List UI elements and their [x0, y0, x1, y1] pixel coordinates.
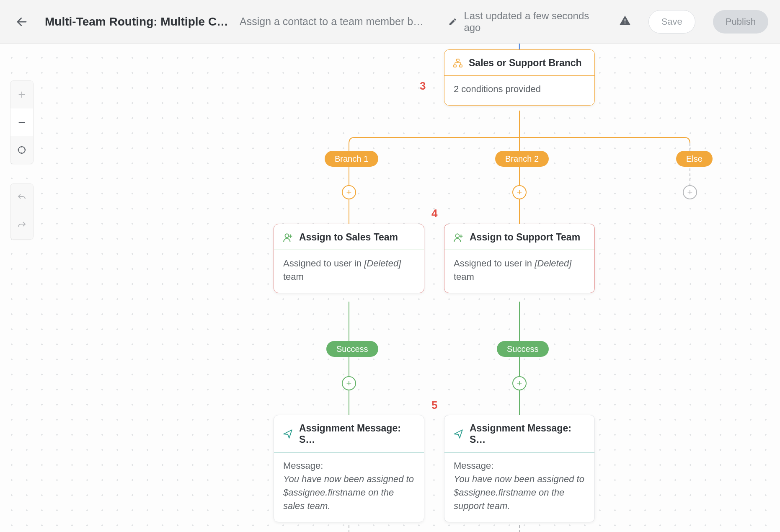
pencil-icon: [448, 17, 457, 26]
add-step-sales-success[interactable]: +: [342, 376, 356, 390]
svg-rect-18: [457, 59, 459, 61]
send-icon: [282, 429, 293, 439]
add-step-branch-2[interactable]: +: [512, 185, 527, 199]
step-4-label: 4: [431, 207, 437, 220]
message-sales-title: Assignment Message: S…: [299, 423, 416, 445]
zoom-in-button[interactable]: [10, 81, 34, 108]
assign-sales-node[interactable]: Assign to Sales Team Assigned to user in…: [274, 224, 424, 293]
add-step-branch-1[interactable]: +: [342, 185, 356, 199]
send-icon: [453, 429, 464, 439]
assign-support-title: Assign to Support Team: [470, 232, 580, 243]
message-support-title: Assignment Message: S…: [470, 423, 586, 445]
recenter-button[interactable]: [10, 136, 34, 164]
last-updated: Last updated a few seconds ago: [448, 10, 631, 34]
message-support-node[interactable]: Assignment Message: S… Message: You have…: [444, 415, 595, 522]
publish-button[interactable]: Publish: [713, 10, 768, 34]
svg-point-21: [285, 234, 289, 238]
branch-root-body: 2 conditions provided: [444, 76, 594, 105]
branch-1-pill[interactable]: Branch 1: [325, 151, 378, 167]
crosshair-icon: [17, 145, 27, 155]
zoom-panel: [10, 80, 34, 164]
svg-point-4: [18, 147, 25, 153]
branch-icon: [453, 58, 463, 68]
branch-2-pill[interactable]: Branch 2: [495, 151, 549, 167]
message-sales-body: Message: You have now been assigned to $…: [274, 452, 424, 522]
undo-button[interactable]: [10, 184, 34, 212]
step-5-label: 5: [431, 399, 437, 412]
redo-button[interactable]: [10, 212, 34, 239]
undo-icon: [17, 193, 27, 203]
redo-icon: [17, 220, 27, 230]
workflow-title[interactable]: Multi-Team Routing: Multiple Choice …: [45, 15, 231, 28]
branch-root-node[interactable]: Sales or Support Branch 2 conditions pro…: [444, 49, 595, 106]
workflow-canvas[interactable]: 3 4 5 Sales or Support Branch 2 conditio…: [0, 44, 780, 532]
warning-icon[interactable]: [619, 15, 631, 29]
branch-root-title: Sales or Support Branch: [469, 57, 582, 69]
workflow-subtitle: Assign a contact to a team member base…: [240, 15, 428, 28]
message-sales-node[interactable]: Assignment Message: S… Message: You have…: [274, 415, 424, 522]
svg-point-24: [456, 234, 460, 238]
save-button[interactable]: Save: [648, 10, 695, 34]
plus-icon: [17, 90, 26, 99]
back-button[interactable]: [13, 13, 31, 31]
zoom-out-button[interactable]: [10, 108, 33, 136]
undo-panel: [10, 183, 34, 240]
svg-rect-19: [454, 65, 456, 67]
add-step-else[interactable]: +: [683, 185, 697, 199]
assign-support-node[interactable]: Assign to Support Team Assigned to user …: [444, 224, 595, 293]
message-support-body: Message: You have now been assigned to $…: [444, 452, 594, 522]
last-updated-text: Last updated a few seconds ago: [464, 10, 604, 34]
header-bar: Multi-Team Routing: Multiple Choice … As…: [0, 0, 780, 44]
assign-sales-title: Assign to Sales Team: [299, 232, 398, 243]
svg-rect-20: [460, 65, 462, 67]
minus-icon: [17, 118, 26, 127]
add-step-support-success[interactable]: +: [512, 376, 527, 390]
success-pill-support: Success: [497, 341, 549, 357]
assign-user-icon: [282, 232, 293, 243]
success-pill-sales: Success: [326, 341, 378, 357]
assign-support-body: Assigned to user in [Deleted] team: [444, 250, 594, 293]
assign-sales-body: Assigned to user in [Deleted] team: [274, 250, 424, 293]
arrow-left-icon: [15, 15, 28, 28]
step-3-label: 3: [420, 80, 426, 93]
assign-user-icon: [453, 232, 464, 243]
else-pill[interactable]: Else: [676, 151, 713, 167]
